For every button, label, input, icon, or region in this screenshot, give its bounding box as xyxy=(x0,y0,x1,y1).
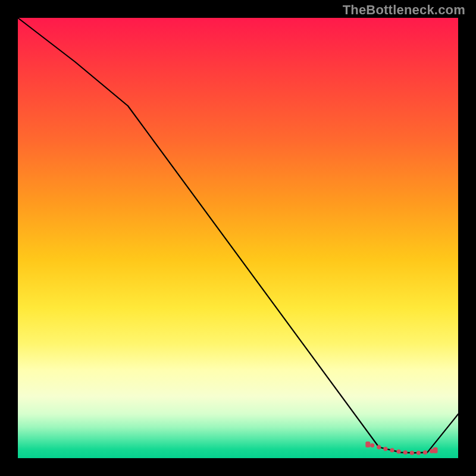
optimal-marker-dot xyxy=(423,450,427,455)
plot-container xyxy=(18,18,458,458)
optimal-marker-dot xyxy=(430,449,434,453)
optimal-marker-dot xyxy=(403,450,408,455)
optimal-marker-dot xyxy=(397,450,401,454)
optimal-marker-dot xyxy=(370,443,374,447)
optimal-end-cap xyxy=(365,441,370,447)
chart-overlay xyxy=(18,18,458,458)
optimal-marker-dot xyxy=(377,445,381,449)
optimal-marker-dot xyxy=(390,448,394,452)
optimal-marker-dot xyxy=(410,451,414,455)
bottleneck-line xyxy=(18,18,458,453)
optimal-marker-dot xyxy=(384,447,388,451)
optimal-marker-dot xyxy=(416,451,421,455)
watermark-text: TheBottleneck.com xyxy=(343,2,465,18)
chart-frame: TheBottleneck.com xyxy=(0,0,476,476)
